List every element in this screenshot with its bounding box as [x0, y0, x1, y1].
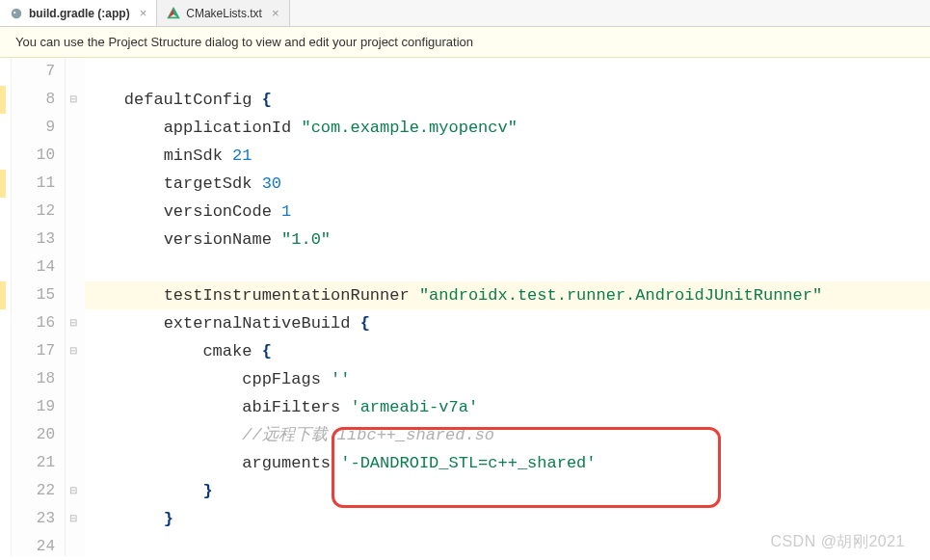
line-number: 18 [12, 365, 65, 393]
code-line: versionName "1.0" [85, 226, 930, 253]
line-number: 9 [12, 114, 65, 142]
cmake-icon [167, 7, 180, 20]
tab-cmakelists[interactable]: CMakeLists.txt × [157, 0, 289, 26]
code-line: cppFlags '' [85, 365, 930, 393]
line-number: 22 [12, 477, 65, 505]
project-structure-hint[interactable]: You can use the Project Structure dialog… [0, 27, 930, 58]
code-line: //远程下载 libc++_shared.so [85, 421, 930, 449]
hint-text: You can use the Project Structure dialog… [15, 35, 473, 49]
fold-icon[interactable]: ⊟ [69, 485, 77, 495]
line-number: 15 [12, 281, 65, 309]
code-line: } [85, 505, 930, 533]
code-line: minSdk 21 [85, 142, 930, 170]
code-editor[interactable]: 7 8 9 10 11 12 13 14 15 16 17 18 19 20 2… [0, 58, 930, 556]
editor-tabs: build.gradle (:app) × CMakeLists.txt × [0, 0, 930, 27]
fold-margin: ⊟ ⊟ ⊟ ⊟ ⊟ [66, 58, 85, 556]
line-number: 24 [12, 533, 65, 560]
fold-icon[interactable]: ⊟ [69, 345, 77, 356]
line-number: 10 [12, 142, 65, 170]
code-line: } [85, 477, 930, 505]
gradle-icon [10, 7, 23, 20]
line-number: 20 [12, 421, 65, 449]
tab-build-gradle[interactable]: build.gradle (:app) × [0, 0, 157, 26]
code-line: defaultConfig { [85, 86, 930, 114]
fold-icon[interactable]: ⊟ [69, 317, 77, 328]
line-number: 13 [12, 226, 65, 253]
line-number: 11 [12, 170, 65, 198]
left-margin [0, 58, 12, 556]
code-line [85, 58, 930, 86]
line-number: 7 [12, 58, 65, 86]
line-number-gutter: 7 8 9 10 11 12 13 14 15 16 17 18 19 20 2… [12, 58, 66, 556]
code-line: externalNativeBuild { [85, 309, 930, 337]
tab-label: CMakeLists.txt [186, 7, 262, 20]
fold-icon[interactable]: ⊟ [69, 513, 77, 523]
code-line [85, 533, 930, 560]
line-number: 17 [12, 337, 65, 365]
tab-label: build.gradle (:app) [29, 7, 130, 20]
code-area[interactable]: defaultConfig { applicationId "com.examp… [85, 58, 930, 556]
code-line: abiFilters 'armeabi-v7a' [85, 393, 930, 421]
code-line [85, 253, 930, 281]
fold-icon[interactable]: ⊟ [69, 93, 77, 104]
code-line: targetSdk 30 [85, 170, 930, 198]
code-line: applicationId "com.example.myopencv" [85, 114, 930, 142]
line-number: 23 [12, 505, 65, 533]
line-number: 19 [12, 393, 65, 421]
line-number: 21 [12, 449, 65, 477]
code-line: testInstrumentationRunner "androidx.test… [85, 281, 930, 309]
code-line: arguments '-DANDROID_STL=c++_shared' [85, 449, 930, 477]
code-line: cmake { [85, 337, 930, 365]
svg-point-0 [12, 8, 22, 18]
line-number: 8 [12, 86, 65, 114]
svg-point-1 [13, 12, 15, 13]
line-number: 12 [12, 198, 65, 226]
close-icon[interactable]: × [140, 6, 147, 20]
close-icon[interactable]: × [272, 6, 279, 20]
code-line: versionCode 1 [85, 198, 930, 226]
line-number: 16 [12, 309, 65, 337]
line-number: 14 [12, 253, 65, 281]
